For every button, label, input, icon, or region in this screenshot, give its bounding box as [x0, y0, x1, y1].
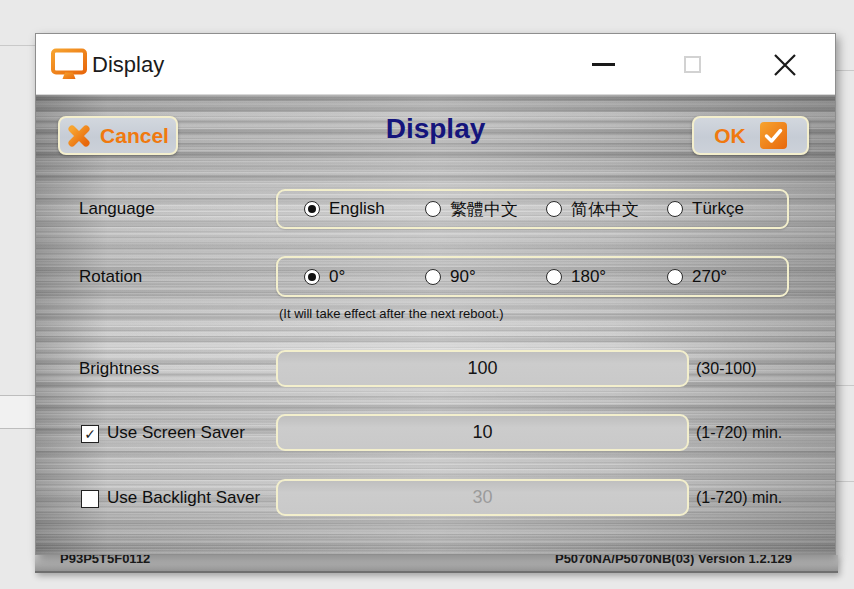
- version-text: P5070NA/P5070NB(03) Version 1.2.129: [555, 555, 792, 566]
- background-window-band: [0, 396, 35, 428]
- radio-icon: [304, 269, 320, 285]
- radio-language-traditional-chinese[interactable]: 繁體中文: [425, 198, 546, 221]
- radio-icon: [304, 201, 320, 217]
- radio-icon: [546, 269, 562, 285]
- monitor-icon: [51, 48, 87, 85]
- status-bar: P93P5T5F0112 P5070NA/P5070NB(03) Version…: [35, 555, 838, 573]
- radio-label: 简体中文: [571, 198, 639, 221]
- brightness-input[interactable]: [276, 350, 689, 387]
- dialog-body: Cancel Display OK Language English: [36, 95, 835, 554]
- radio-language-simplified-chinese[interactable]: 简体中文: [546, 198, 667, 221]
- minimize-button[interactable]: [580, 34, 626, 95]
- title-bar: Display: [36, 34, 835, 95]
- backlight-saver-minutes-input[interactable]: [276, 479, 689, 516]
- radio-language-english[interactable]: English: [304, 199, 425, 219]
- ok-button-label: OK: [714, 124, 746, 148]
- rotation-reboot-note: (It will take effect after the next rebo…: [279, 306, 503, 321]
- display-dialog: Display Cancel Display: [35, 33, 836, 555]
- serial-number-text: P93P5T5F0112: [60, 555, 150, 566]
- close-icon: [772, 52, 798, 78]
- radio-rotation-0[interactable]: 0°: [304, 267, 425, 287]
- radio-label: 270°: [692, 267, 727, 287]
- backlight-saver-label: Use Backlight Saver: [107, 479, 260, 516]
- rotation-label: Rotation: [79, 256, 142, 297]
- language-label: Language: [79, 189, 155, 229]
- screen-saver-label: Use Screen Saver: [107, 414, 245, 451]
- radio-label: 繁體中文: [450, 198, 518, 221]
- backlight-saver-range-hint: (1-720) min.: [696, 479, 782, 516]
- radio-label: 180°: [571, 267, 606, 287]
- minimize-icon: [592, 63, 615, 66]
- radio-icon: [425, 269, 441, 285]
- radio-label: English: [329, 199, 385, 219]
- brightness-range-hint: (30-100): [696, 350, 756, 387]
- maximize-button[interactable]: [669, 34, 715, 95]
- brightness-label: Brightness: [79, 350, 159, 387]
- background-window-edge: [836, 481, 854, 482]
- screen-saver-range-hint: (1-720) min.: [696, 414, 782, 451]
- radio-language-turkish[interactable]: Türkçe: [667, 199, 744, 219]
- backlight-saver-checkbox[interactable]: [81, 490, 99, 508]
- desktop: { "window": { "title": "Display" }, "hea…: [0, 0, 854, 589]
- screen-saver-minutes-input[interactable]: [276, 414, 689, 451]
- radio-label: 0°: [329, 267, 345, 287]
- screen-saver-checkbox[interactable]: ✓: [81, 425, 99, 443]
- radio-label: Türkçe: [692, 199, 744, 219]
- checkbox-check-icon: ✓: [84, 427, 96, 441]
- radio-label: 90°: [450, 267, 476, 287]
- close-button[interactable]: [762, 34, 808, 95]
- ok-button[interactable]: OK: [692, 116, 809, 155]
- maximize-icon: [684, 56, 701, 73]
- radio-icon: [667, 269, 683, 285]
- background-window-edge: [836, 70, 854, 71]
- ok-check-icon: [760, 122, 787, 149]
- radio-icon: [425, 201, 441, 217]
- radio-rotation-90[interactable]: 90°: [425, 267, 546, 287]
- background-window-edge: [0, 428, 35, 429]
- background-window-edge: [0, 395, 35, 396]
- radio-icon: [546, 201, 562, 217]
- language-radio-group: English 繁體中文 简体中文 Türkçe: [276, 189, 789, 229]
- window-title: Display: [92, 34, 164, 95]
- radio-rotation-270[interactable]: 270°: [667, 267, 727, 287]
- background-window-edge: [0, 45, 35, 46]
- radio-rotation-180[interactable]: 180°: [546, 267, 667, 287]
- radio-icon: [667, 201, 683, 217]
- background-window-edge: [836, 385, 854, 386]
- rotation-radio-group: 0° 90° 180° 270°: [276, 256, 789, 297]
